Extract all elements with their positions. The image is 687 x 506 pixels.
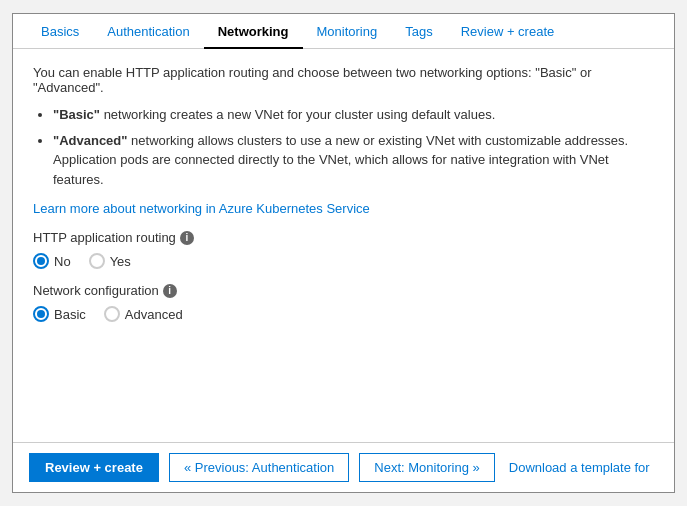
- tab-monitoring[interactable]: Monitoring: [303, 14, 392, 49]
- review-create-button[interactable]: Review + create: [29, 453, 159, 482]
- network-basic-label: Basic: [54, 307, 86, 322]
- tab-bar: Basics Authentication Networking Monitor…: [13, 14, 674, 49]
- tab-networking[interactable]: Networking: [204, 14, 303, 49]
- http-routing-no-radio[interactable]: [33, 253, 49, 269]
- network-basic-option[interactable]: Basic: [33, 306, 86, 322]
- http-routing-no-option[interactable]: No: [33, 253, 71, 269]
- http-routing-yes-label: Yes: [110, 254, 131, 269]
- http-routing-no-label: No: [54, 254, 71, 269]
- intro-paragraph: You can enable HTTP application routing …: [33, 65, 654, 95]
- http-routing-label: HTTP application routing i: [33, 230, 654, 245]
- tab-authentication[interactable]: Authentication: [93, 14, 203, 49]
- http-routing-radio-group: No Yes: [33, 253, 654, 269]
- http-routing-info-icon[interactable]: i: [180, 231, 194, 245]
- http-routing-section: HTTP application routing i No Yes: [33, 230, 654, 269]
- bullet-advanced-bold: "Advanced": [53, 133, 127, 148]
- http-routing-yes-option[interactable]: Yes: [89, 253, 131, 269]
- download-template-button[interactable]: Download a template for: [505, 454, 654, 481]
- network-config-label-text: Network configuration: [33, 283, 159, 298]
- bullet-list: "Basic" networking creates a new VNet fo…: [53, 105, 654, 189]
- bullet-advanced-rest: networking allows clusters to use a new …: [53, 133, 628, 187]
- tab-review-create[interactable]: Review + create: [447, 14, 569, 49]
- learn-more-link[interactable]: Learn more about networking in Azure Kub…: [33, 201, 370, 216]
- network-advanced-radio[interactable]: [104, 306, 120, 322]
- next-button[interactable]: Next: Monitoring »: [359, 453, 495, 482]
- network-config-radio-group: Basic Advanced: [33, 306, 654, 322]
- footer: Review + create « Previous: Authenticati…: [13, 442, 674, 492]
- main-window: Basics Authentication Networking Monitor…: [12, 13, 675, 493]
- bullet-basic-rest: networking creates a new VNet for your c…: [100, 107, 495, 122]
- network-config-label: Network configuration i: [33, 283, 654, 298]
- http-routing-yes-radio[interactable]: [89, 253, 105, 269]
- content-area: You can enable HTTP application routing …: [13, 49, 674, 442]
- tab-basics[interactable]: Basics: [27, 14, 93, 49]
- network-basic-radio[interactable]: [33, 306, 49, 322]
- tab-tags[interactable]: Tags: [391, 14, 446, 49]
- bullet-advanced: "Advanced" networking allows clusters to…: [53, 131, 654, 190]
- bullet-basic: "Basic" networking creates a new VNet fo…: [53, 105, 654, 125]
- network-config-section: Network configuration i Basic Advanced: [33, 283, 654, 322]
- network-config-info-icon[interactable]: i: [163, 284, 177, 298]
- http-routing-label-text: HTTP application routing: [33, 230, 176, 245]
- network-advanced-label: Advanced: [125, 307, 183, 322]
- bullet-basic-bold: "Basic": [53, 107, 100, 122]
- prev-button[interactable]: « Previous: Authentication: [169, 453, 349, 482]
- network-advanced-option[interactable]: Advanced: [104, 306, 183, 322]
